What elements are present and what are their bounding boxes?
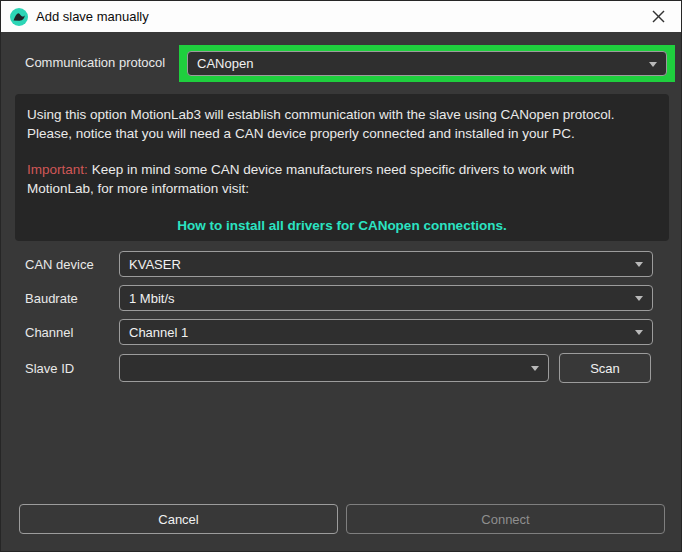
cancel-button[interactable]: Cancel <box>19 504 338 534</box>
chevron-down-icon <box>649 62 657 67</box>
chevron-down-icon <box>635 330 643 335</box>
chevron-down-icon <box>531 366 539 371</box>
chevron-down-icon <box>635 262 643 267</box>
baudrate-label: Baudrate <box>25 291 78 306</box>
baudrate-value: 1 Mbit/s <box>129 291 175 306</box>
scan-button[interactable]: Scan <box>559 353 651 383</box>
add-slave-dialog: Add slave manually Communication protoco… <box>0 0 682 552</box>
protocol-label: Communication protocol <box>25 55 165 70</box>
channel-dropdown[interactable]: Channel 1 <box>119 319 653 345</box>
info-line-1: Using this option MotionLab3 will establ… <box>27 105 657 124</box>
info-important-line: Important:Keep in mind some CAN device m… <box>27 160 657 179</box>
annotation-highlight-box: CANopen <box>179 45 675 82</box>
protocol-dropdown[interactable]: CANopen <box>187 51 667 76</box>
important-label: Important: <box>27 162 88 177</box>
baudrate-dropdown[interactable]: 1 Mbit/s <box>119 285 653 311</box>
connect-button[interactable]: Connect <box>346 504 665 534</box>
chevron-down-icon <box>635 296 643 301</box>
channel-label: Channel <box>25 325 73 340</box>
spacer <box>27 143 657 160</box>
motionlab-logo-icon <box>10 8 28 26</box>
drivers-help-link[interactable]: How to install all drivers for CANopen c… <box>27 216 657 235</box>
window-title: Add slave manually <box>36 9 149 24</box>
protocol-value: CANopen <box>197 56 253 71</box>
can-device-dropdown[interactable]: KVASER <box>119 251 653 277</box>
channel-value: Channel 1 <box>129 325 188 340</box>
important-text-1: Keep in mind some CAN device manufacture… <box>92 162 574 177</box>
dialog-body: Communication protocol CANopen Using thi… <box>1 32 681 551</box>
info-box: Using this option MotionLab3 will establ… <box>15 94 669 241</box>
slave-id-dropdown[interactable] <box>119 354 549 382</box>
can-device-label: CAN device <box>25 257 94 272</box>
titlebar: Add slave manually <box>1 1 681 32</box>
close-icon[interactable] <box>635 1 681 31</box>
can-device-value: KVASER <box>129 257 181 272</box>
info-line-2: Please, notice that you will need a CAN … <box>27 124 657 143</box>
important-text-2: MotionLab, for more information visit: <box>27 179 657 198</box>
spacer <box>27 198 657 215</box>
slave-id-label: Slave ID <box>25 361 74 376</box>
